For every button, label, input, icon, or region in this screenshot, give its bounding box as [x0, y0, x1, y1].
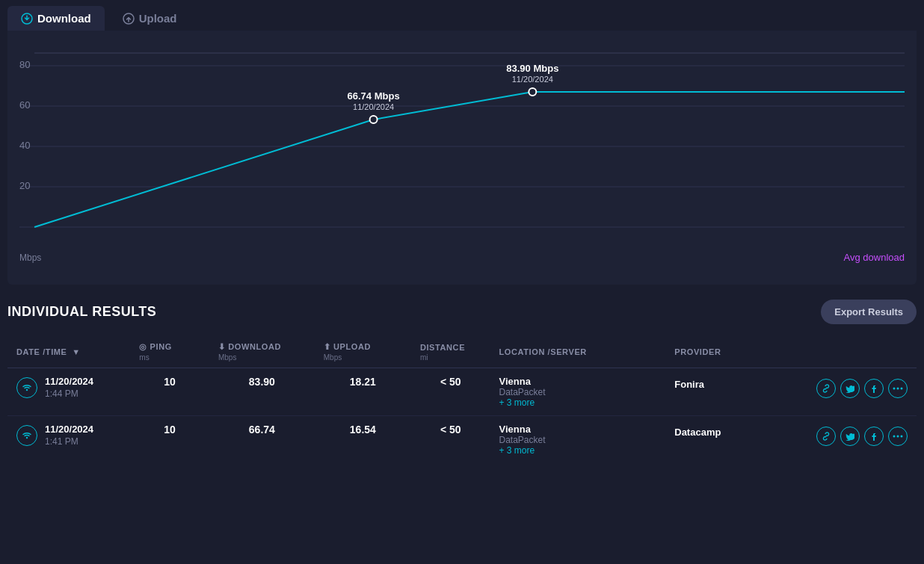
download-tab-icon — [21, 13, 33, 25]
cell-location-2: Vienna DataPacket + 3 more — [490, 416, 666, 464]
export-results-button[interactable]: Export Results — [821, 300, 917, 324]
cell-distance-2: < 50 — [411, 416, 490, 464]
cell-actions-1 — [789, 368, 917, 416]
tab-download-label: Download — [37, 12, 91, 25]
tab-bar: Download Upload — [0, 0, 924, 31]
svg-point-13 — [529, 88, 536, 96]
action-facebook-icon-1[interactable] — [864, 379, 884, 398]
svg-text:80: 80 — [19, 59, 31, 70]
table-body: 11/20/2024 1:44 PM 10 83.90 18.21 < 50 — [7, 368, 917, 464]
wifi-icon-2 — [16, 425, 37, 446]
cell-datetime-2: 11/20/2024 1:41 PM — [7, 416, 130, 464]
action-link-icon-2[interactable] — [816, 427, 836, 446]
th-ping: ◎ PING ms — [130, 336, 209, 368]
cell-provider-1: Fonira — [665, 368, 788, 416]
action-twitter-icon-2[interactable] — [840, 427, 860, 446]
th-upload: ⬆ UPLOAD Mbps — [315, 336, 411, 368]
action-link-icon-1[interactable] — [816, 379, 836, 398]
results-header: INDIVIDUAL RESULTS Export Results — [7, 300, 917, 324]
sort-icon: ▼ — [72, 347, 81, 356]
svg-text:40: 40 — [19, 140, 31, 151]
results-title: INDIVIDUAL RESULTS — [7, 304, 156, 320]
tab-download[interactable]: Download — [7, 6, 105, 31]
svg-point-19 — [893, 388, 896, 390]
tab-upload-label: Upload — [139, 12, 177, 25]
svg-text:11/20/2024: 11/20/2024 — [512, 75, 553, 84]
upload-tab-icon — [123, 13, 135, 25]
table-header: DATE /TIME ▼ ◎ PING ms ⬇ DOWNLOAD Mbps ⬆… — [7, 336, 917, 368]
svg-text:60: 60 — [19, 99, 31, 111]
cell-location-1: Vienna DataPacket + 3 more — [490, 368, 666, 416]
chart-container: 80 60 40 20 11/20/2024 66.74 Mbps 11/20/… — [7, 31, 917, 285]
row1-time: 1:44 PM — [45, 388, 93, 399]
th-download: ⬇ DOWNLOAD Mbps — [209, 336, 315, 368]
wifi-icon-1 — [16, 377, 37, 398]
action-more-icon-1[interactable] — [888, 379, 908, 398]
row1-date: 11/20/2024 — [45, 376, 93, 387]
th-location: LOCATION /SERVER — [490, 336, 666, 368]
row2-time: 1:41 PM — [45, 436, 93, 447]
cell-ping-2: 10 — [130, 416, 209, 464]
chart-footer: Mbps Avg download — [19, 252, 905, 263]
cell-ping-1: 10 — [130, 368, 209, 416]
th-actions — [789, 336, 917, 368]
chart-inner: 80 60 40 20 11/20/2024 66.74 Mbps 11/20/… — [19, 46, 905, 247]
svg-point-18 — [26, 389, 28, 391]
svg-text:20: 20 — [19, 180, 31, 191]
chart-unit: Mbps — [19, 252, 41, 263]
action-facebook-icon-2[interactable] — [864, 427, 884, 446]
cell-download-1: 83.90 — [209, 368, 315, 416]
svg-point-24 — [897, 436, 899, 438]
svg-point-22 — [26, 437, 28, 439]
action-more-icon-2[interactable] — [888, 427, 908, 446]
row2-date: 11/20/2024 — [45, 424, 93, 435]
cell-upload-2: 16.54 — [315, 416, 411, 464]
cell-provider-2: Datacamp — [665, 416, 788, 464]
results-table: DATE /TIME ▼ ◎ PING ms ⬇ DOWNLOAD Mbps ⬆… — [7, 336, 917, 463]
chart-svg: 80 60 40 20 11/20/2024 66.74 Mbps 11/20/… — [19, 46, 905, 247]
table-row: 11/20/2024 1:41 PM 10 66.74 16.54 < 50 — [7, 416, 917, 464]
results-section: INDIVIDUAL RESULTS Export Results DATE /… — [0, 285, 924, 471]
cell-upload-1: 18.21 — [315, 368, 411, 416]
svg-text:11/20/2024: 11/20/2024 — [353, 102, 394, 111]
svg-text:83.90 Mbps: 83.90 Mbps — [506, 63, 558, 74]
cell-distance-1: < 50 — [411, 368, 490, 416]
tab-upload[interactable]: Upload — [109, 6, 191, 31]
svg-point-23 — [893, 436, 896, 438]
th-distance: DISTANCE mi — [411, 336, 490, 368]
th-datetime[interactable]: DATE /TIME ▼ — [7, 336, 130, 368]
svg-point-20 — [897, 388, 899, 390]
table-row: 11/20/2024 1:44 PM 10 83.90 18.21 < 50 — [7, 368, 917, 416]
svg-point-12 — [370, 116, 378, 123]
cell-download-2: 66.74 — [209, 416, 315, 464]
svg-point-21 — [901, 388, 903, 390]
action-twitter-icon-1[interactable] — [840, 379, 860, 398]
cell-datetime-1: 11/20/2024 1:44 PM — [7, 368, 130, 416]
cell-actions-2 — [789, 416, 917, 464]
avg-download-label: Avg download — [844, 252, 905, 263]
svg-text:66.74 Mbps: 66.74 Mbps — [347, 90, 399, 102]
svg-point-25 — [901, 436, 903, 438]
th-provider: PROVIDER — [665, 336, 788, 368]
